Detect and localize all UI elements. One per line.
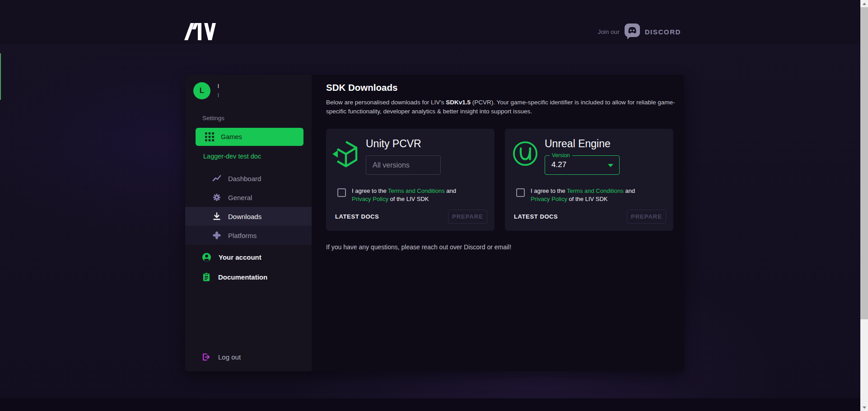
unity-card: Unity PCVR I agree to the Terms and Cond… xyxy=(326,129,495,231)
unreal-card: Unreal Engine Version 4.27 I agree to th… xyxy=(505,129,673,231)
bottom-strip xyxy=(0,398,860,411)
avatar[interactable]: L xyxy=(193,82,210,99)
sidebar-item-downloads-label: Downloads xyxy=(228,213,261,220)
agreement-part2: and xyxy=(624,187,635,194)
user-icon xyxy=(202,252,211,262)
description-sdk-version: SDKv1.5 xyxy=(446,99,471,106)
logout-button[interactable]: Log out xyxy=(202,353,241,361)
version-select-value: 4.27 xyxy=(551,160,566,169)
unreal-agreement-text: I agree to the Terms and Conditions and … xyxy=(531,187,648,203)
user-name: l xyxy=(218,83,219,89)
sidebar: L l l Settings Games Lagger-dev test doc… xyxy=(185,75,312,371)
grid-icon xyxy=(205,132,214,141)
sidebar-item-general[interactable]: General xyxy=(185,188,312,207)
top-header: Join our DISCORD xyxy=(0,0,868,44)
line-chart-icon xyxy=(212,174,221,183)
agreement-part3: of the LIV SDK xyxy=(567,196,608,202)
unreal-card-title: Unreal Engine xyxy=(545,138,611,150)
description-prefix: Below are personalised downloads for LIV… xyxy=(326,99,446,106)
triangle-up-icon xyxy=(863,3,866,5)
unreal-version-select[interactable]: Version 4.27 xyxy=(545,155,620,175)
terms-link[interactable]: Terms and Conditions xyxy=(567,187,624,194)
gear-icon xyxy=(212,193,221,202)
unreal-agreement-row: I agree to the Terms and Conditions and … xyxy=(516,187,648,203)
contact-note: If you have any questions, please reach … xyxy=(326,243,511,251)
page-title: SDK Downloads xyxy=(326,82,397,93)
sidebar-project-link[interactable]: Lagger-dev test doc xyxy=(203,153,261,160)
unity-latest-docs-button[interactable]: LATEST DOCS xyxy=(335,213,379,220)
dpad-icon xyxy=(212,231,221,240)
version-select-label: Version xyxy=(550,152,572,159)
scrollbar-thumb[interactable] xyxy=(860,7,868,319)
unreal-logo-icon xyxy=(512,140,538,167)
sidebar-item-platforms[interactable]: Platforms xyxy=(185,226,312,245)
privacy-link[interactable]: Privacy Policy xyxy=(352,196,388,202)
sidebar-item-dashboard-label: Dashboard xyxy=(228,175,261,182)
settings-section-label: Settings xyxy=(202,115,224,121)
sidebar-item-documentation-label: Documentation xyxy=(218,273,267,281)
left-edge-accent xyxy=(0,53,1,100)
sdk-cards: Unity PCVR I agree to the Terms and Cond… xyxy=(326,129,673,231)
unreal-agree-checkbox[interactable] xyxy=(516,188,525,197)
unity-agreement-row: I agree to the Terms and Conditions and … xyxy=(337,187,469,203)
sidebar-item-your-account[interactable]: Your account xyxy=(185,248,312,266)
scrollbar-up-button[interactable] xyxy=(860,0,868,7)
scrollbar-track[interactable] xyxy=(860,0,868,411)
unity-agreement-text: I agree to the Terms and Conditions and … xyxy=(352,187,469,203)
sidebar-item-downloads[interactable]: Downloads xyxy=(185,207,312,226)
discord-wordmark: DISCORD xyxy=(645,28,681,36)
liv-logo[interactable] xyxy=(184,23,216,42)
sidebar-item-games-label: Games xyxy=(221,133,242,140)
join-our-label: Join our xyxy=(598,28,620,35)
sidebar-item-games[interactable]: Games xyxy=(196,128,303,146)
sidebar-item-dashboard[interactable]: Dashboard xyxy=(185,169,312,188)
agreement-part3: of the LIV SDK xyxy=(388,196,429,202)
sidebar-item-documentation[interactable]: Documentation xyxy=(185,267,312,286)
join-discord-link[interactable]: Join our DISCORD xyxy=(598,23,681,40)
page-description: Below are personalised downloads for LIV… xyxy=(326,98,680,116)
sidebar-subnav: Dashboard General xyxy=(185,169,312,245)
content-area: SDK Downloads Below are personalised dow… xyxy=(312,75,684,371)
liv-logo-icon xyxy=(184,23,216,40)
chevron-down-icon xyxy=(608,164,613,167)
terms-link[interactable]: Terms and Conditions xyxy=(388,187,445,194)
sidebar-item-your-account-label: Your account xyxy=(219,253,261,261)
main-panel: L l l Settings Games Lagger-dev test doc… xyxy=(185,75,684,371)
unity-logo-icon xyxy=(331,140,360,168)
triangle-down-icon xyxy=(863,406,866,409)
unity-version-input[interactable] xyxy=(366,155,441,175)
unreal-prepare-button[interactable]: PREPARE xyxy=(627,210,666,224)
unreal-latest-docs-button[interactable]: LATEST DOCS xyxy=(514,213,558,220)
logout-icon xyxy=(202,353,210,361)
agreement-part2: and xyxy=(445,187,456,194)
unity-prepare-button[interactable]: PREPARE xyxy=(448,210,487,224)
discord-icon xyxy=(625,23,640,40)
sidebar-item-platforms-label: Platforms xyxy=(228,232,257,239)
unity-agree-checkbox[interactable] xyxy=(337,188,346,197)
agreement-part1: I agree to the xyxy=(352,187,388,194)
unity-card-title: Unity PCVR xyxy=(366,138,421,150)
agreement-part1: I agree to the xyxy=(531,187,567,194)
logout-label: Log out xyxy=(218,353,241,361)
clipboard-icon xyxy=(202,272,211,282)
sidebar-item-general-label: General xyxy=(228,194,252,201)
user-subtitle: l xyxy=(218,92,219,98)
scrollbar-down-button[interactable] xyxy=(860,404,868,411)
privacy-link[interactable]: Privacy Policy xyxy=(531,196,567,202)
download-icon xyxy=(212,212,221,221)
